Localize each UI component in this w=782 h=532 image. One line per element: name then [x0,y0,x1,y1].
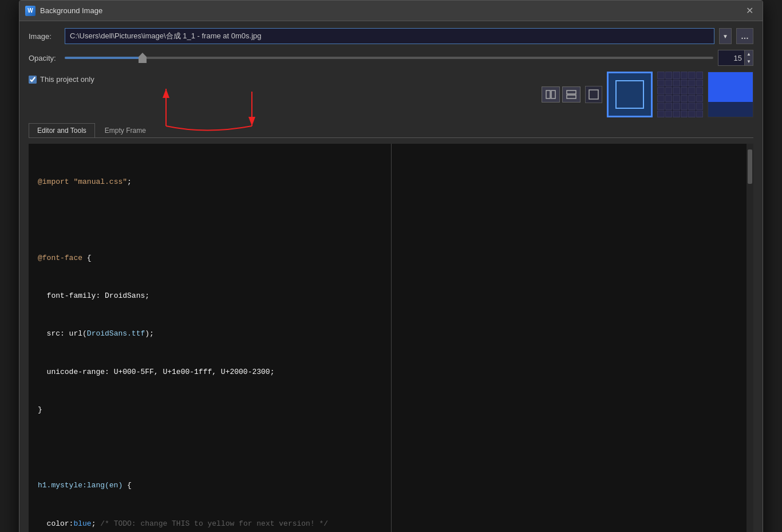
tab-empty-frame[interactable]: Empty Frame [96,123,155,137]
code-editor-divider [391,144,392,532]
svg-rect-1 [551,90,555,98]
opacity-value-input[interactable] [718,50,744,65]
svg-rect-0 [546,90,550,98]
single-square-preview [585,86,602,103]
opacity-spinners: ▲ ▼ [744,50,753,65]
opacity-decrement-button[interactable]: ▼ [745,58,753,65]
opacity-slider-container[interactable] [65,52,713,64]
title-bar: W Background Image ✕ [19,1,763,21]
image-browse-button[interactable]: … [736,28,753,44]
opacity-slider-thumb[interactable] [139,53,147,63]
opacity-increment-button[interactable]: ▲ [745,50,753,58]
this-project-only-checkbox[interactable] [29,76,37,84]
tab-bar: Editor and Tools Empty Frame [29,123,753,138]
this-project-only-label[interactable]: This project only [40,75,94,84]
opacity-slider-track [65,57,713,59]
image-label: Image: [29,32,60,41]
split-horizontal-button[interactable] [562,86,580,103]
blue-preview-top [708,72,753,102]
code-editor-area: @import "manual.css"; @font-face { font-… [29,144,753,532]
opacity-label: Opacity: [29,54,60,62]
dialog-title: Background Image [40,6,742,15]
svg-rect-3 [567,95,576,98]
dialog-icon: W [25,6,35,16]
this-project-only-row: This project only [29,72,94,84]
image-dropdown-button[interactable]: ▼ [719,28,732,44]
dropdown-chevron-icon: ▼ [722,33,728,40]
svg-rect-2 [567,90,576,94]
code-scrollbar[interactable] [747,144,753,532]
preview-square-inner [615,80,644,109]
svg-rect-4 [589,90,598,99]
opacity-slider-fill [65,57,143,59]
opacity-value-container: ▲ ▼ [718,50,753,66]
code-scrollbar-thumb[interactable] [748,149,752,184]
main-preview-square [607,72,653,117]
image-path-input[interactable] [65,28,714,44]
dialog-icon-letter: W [27,7,33,14]
split-horizontal-icon [566,90,576,99]
split-vertical-button[interactable] [542,86,560,103]
grid-preview [657,72,703,117]
browse-dots-icon: … [741,31,749,41]
close-button[interactable]: ✕ [742,4,757,17]
blue-color-preview [708,72,753,117]
tab-editor-and-tools[interactable]: Editor and Tools [29,123,95,137]
image-row: Image: ▼ … [29,28,753,44]
background-image-dialog: W Background Image ✕ Image: ▼ … Opacity: [19,0,763,532]
dialog-body: Image: ▼ … Opacity: ▲ ▼ [19,21,763,532]
blue-preview-bottom [708,102,753,117]
split-vertical-icon [546,90,556,99]
opacity-row: Opacity: ▲ ▼ [29,50,753,66]
